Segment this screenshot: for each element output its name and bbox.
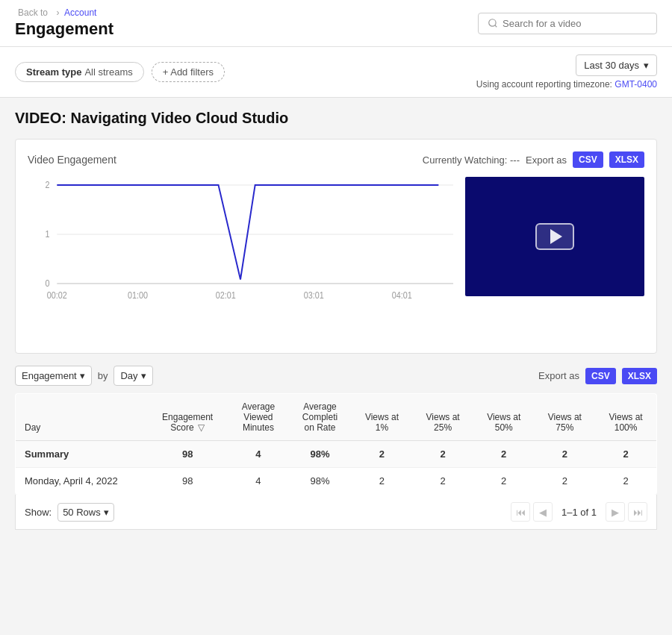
- search-icon: [488, 18, 498, 28]
- show-rows: Show: 50 Rows ▾: [25, 503, 114, 522]
- play-button[interactable]: [535, 223, 574, 250]
- table-export-label: Export as: [538, 370, 579, 381]
- search-input[interactable]: [503, 18, 647, 29]
- export-label: Export as: [526, 154, 567, 166]
- rows-per-page-select[interactable]: 50 Rows ▾: [57, 503, 114, 522]
- row-avg-min: 4: [228, 468, 289, 495]
- summary-views-75: 2: [535, 441, 596, 468]
- sort-icon: ▽: [198, 422, 205, 433]
- last-page-button[interactable]: ⏭: [628, 502, 647, 522]
- metric-select[interactable]: Engagement ▾: [15, 366, 92, 386]
- watching-label: Currently Watching: ---: [423, 154, 520, 166]
- svg-text:03:01: 03:01: [304, 290, 324, 300]
- summary-avg-min: 4: [228, 441, 289, 468]
- summary-engagement: 98: [147, 441, 228, 468]
- date-range-select[interactable]: Last 30 days ▾: [576, 54, 657, 76]
- rows-per-page-value: 50 Rows: [63, 507, 101, 518]
- col-engagement-score[interactable]: EngagementScore ▽: [147, 394, 228, 441]
- first-page-button[interactable]: ⏮: [511, 502, 530, 522]
- svg-text:04:01: 04:01: [392, 290, 412, 300]
- date-range-label: Last 30 days: [584, 60, 639, 71]
- search-bar[interactable]: [478, 13, 657, 34]
- chart-title: Video Engagement: [28, 154, 116, 166]
- svg-text:2: 2: [45, 181, 49, 190]
- filters-bar: Stream type All streams + Add filters La…: [0, 47, 672, 98]
- svg-text:00:02: 00:02: [47, 290, 67, 300]
- account-link[interactable]: Account: [64, 7, 96, 18]
- summary-day: Summary: [16, 441, 147, 468]
- col-avg-viewed-min: AverageViewedMinutes: [228, 394, 289, 441]
- add-filters-button[interactable]: + Add filters: [152, 62, 225, 82]
- col-views-75: Views at75%: [535, 394, 596, 441]
- chart-actions: Currently Watching: --- Export as CSV XL…: [423, 151, 644, 168]
- svg-text:0: 0: [45, 279, 49, 289]
- row-views-50: 2: [473, 468, 535, 495]
- export-xlsx-button[interactable]: XLSX: [609, 151, 644, 168]
- timezone-prefix: Using account reporting timezone:: [476, 79, 612, 90]
- data-table: Day EngagementScore ▽ AverageViewedMinut…: [15, 393, 657, 495]
- timezone-info: Using account reporting timezone: GMT-04…: [476, 79, 657, 90]
- prev-page-button[interactable]: ◀: [533, 502, 553, 522]
- back-text: Back to: [18, 7, 48, 18]
- chart-area: 2 1 0 00:02 01:00 02:01 03:01 04:01: [28, 177, 453, 341]
- period-select[interactable]: Day ▾: [113, 366, 152, 386]
- row-views-100: 2: [595, 468, 656, 495]
- row-avg-completion: 98%: [288, 468, 351, 495]
- chart-header: Video Engagement Currently Watching: ---…: [28, 151, 644, 168]
- chart-svg: 2 1 0 00:02 01:00 02:01 03:01 04:01: [28, 177, 453, 341]
- page-info: 1–1 of 1: [556, 507, 603, 518]
- table-export-xlsx-button[interactable]: XLSX: [622, 368, 657, 384]
- col-views-1: Views at1%: [352, 394, 413, 441]
- col-views-25: Views at25%: [412, 394, 473, 441]
- stream-type-button[interactable]: Stream type All streams: [15, 62, 144, 82]
- col-day: Day: [16, 394, 147, 441]
- summary-row: Summary 98 4 98% 2 2 2 2 2: [16, 441, 657, 468]
- chart-body: 2 1 0 00:02 01:00 02:01 03:01 04:01: [28, 177, 644, 341]
- stream-type-value: All streams: [84, 66, 132, 78]
- pagination-controls: ⏮ ◀ 1–1 of 1 ▶ ⏭: [511, 502, 647, 522]
- page-title: Engagement: [15, 19, 113, 39]
- filters-right: Last 30 days ▾ Using account reporting t…: [476, 54, 657, 90]
- title-section: Back to › Account Engagement: [15, 7, 113, 39]
- play-icon: [550, 229, 562, 244]
- svg-text:01:00: 01:00: [128, 290, 148, 300]
- filters-left: Stream type All streams + Add filters: [15, 62, 225, 82]
- top-header: Back to › Account Engagement: [0, 0, 672, 47]
- pagination-bar: Show: 50 Rows ▾ ⏮ ◀ 1–1 of 1 ▶ ⏭: [15, 495, 657, 530]
- col-avg-completion: AverageCompletion Rate: [288, 394, 351, 441]
- chart-card: Video Engagement Currently Watching: ---…: [15, 139, 657, 354]
- timezone-link[interactable]: GMT-0400: [615, 79, 657, 90]
- row-engagement: 98: [147, 468, 228, 495]
- summary-views-50: 2: [473, 441, 535, 468]
- col-views-50: Views at50%: [473, 394, 535, 441]
- breadcrumb: Back to › Account: [15, 7, 113, 18]
- row-day: Monday, April 4, 2022: [16, 468, 147, 495]
- rows-chevron-icon: ▾: [104, 507, 109, 518]
- table-export-actions: Export as CSV XLSX: [538, 368, 657, 384]
- summary-views-100: 2: [595, 441, 656, 468]
- summary-avg-completion: 98%: [288, 441, 351, 468]
- row-views-1: 2: [352, 468, 413, 495]
- video-thumbnail[interactable]: [465, 177, 644, 296]
- svg-line-1: [495, 25, 497, 28]
- summary-views-1: 2: [352, 441, 413, 468]
- table-controls-left: Engagement ▾ by Day ▾: [15, 366, 153, 386]
- table-export-csv-button[interactable]: CSV: [585, 368, 616, 384]
- period-label: Day: [120, 370, 137, 381]
- next-page-button[interactable]: ▶: [606, 502, 625, 522]
- period-chevron-icon: ▾: [141, 370, 146, 381]
- show-label: Show:: [25, 507, 52, 518]
- metric-label: Engagement: [22, 370, 77, 381]
- summary-views-25: 2: [412, 441, 473, 468]
- table-controls: Engagement ▾ by Day ▾ Export as CSV XLSX: [15, 366, 657, 386]
- table-header-row: Day EngagementScore ▽ AverageViewedMinut…: [16, 394, 657, 441]
- by-label: by: [98, 370, 108, 381]
- col-views-100: Views at100%: [595, 394, 656, 441]
- svg-text:1: 1: [45, 230, 49, 240]
- row-views-75: 2: [535, 468, 596, 495]
- breadcrumb-separator: ›: [56, 7, 59, 18]
- stream-type-label: Stream type: [26, 66, 81, 78]
- export-csv-button[interactable]: CSV: [573, 151, 603, 168]
- date-range-chevron-icon: ▾: [644, 60, 649, 71]
- main-content: VIDEO: Navigating Video Cloud Studio Vid…: [0, 98, 672, 542]
